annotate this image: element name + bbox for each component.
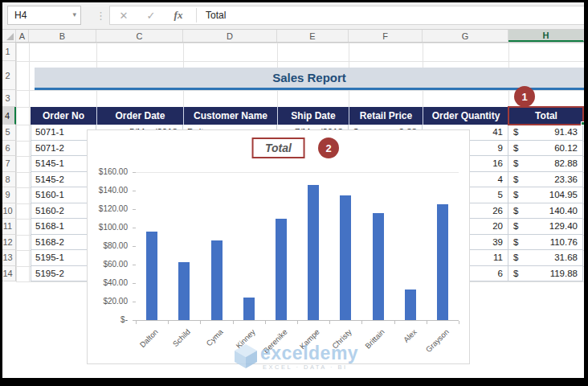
chart-bar-kinney[interactable] <box>243 298 255 320</box>
chart-bar-cyma[interactable] <box>211 240 223 320</box>
table-header-customer-name[interactable]: Customer Name <box>183 107 277 125</box>
watermark-tagline: EXCEL · DATA · BI <box>260 363 358 371</box>
name-box[interactable]: H4 ▾ <box>7 6 81 25</box>
chart-bar-christy[interactable] <box>340 195 351 320</box>
y-axis-label: $60.00 <box>89 260 128 269</box>
currency-symbol: $ <box>513 190 518 199</box>
cell-total[interactable]: $23.36 <box>508 172 583 188</box>
y-axis-label: $160.00 <box>89 167 128 177</box>
chart-top-gridline <box>136 172 459 173</box>
table-header-order-no[interactable]: Order No <box>31 107 96 125</box>
currency-symbol: $ <box>513 221 518 231</box>
chart-bar-dalton[interactable] <box>146 232 157 320</box>
cell-total[interactable]: $140.40 <box>508 203 583 220</box>
cell-total[interactable]: $91.43 <box>508 125 583 141</box>
table-header-order-quantity[interactable]: Order Quantity <box>423 107 508 125</box>
cell-total[interactable]: $129.40 <box>508 219 583 235</box>
column-header-G[interactable]: G <box>423 30 508 42</box>
row-header-5[interactable]: 5 <box>0 125 16 141</box>
x-axis-tick <box>200 321 201 324</box>
name-box-dropdown-icon[interactable]: ▾ <box>72 10 76 18</box>
formula-divider <box>196 8 197 23</box>
x-axis-tick <box>361 321 362 324</box>
y-axis-tick <box>133 283 136 284</box>
frame-edge-bottom <box>0 378 588 386</box>
y-axis-label: $- <box>89 315 128 325</box>
insert-function-icon[interactable]: fx <box>165 9 192 22</box>
x-axis-tick <box>136 321 137 324</box>
y-axis-tick <box>133 228 136 228</box>
row-header-7[interactable]: 7 <box>0 156 16 172</box>
chart-bar-kampe[interactable] <box>308 185 319 320</box>
cell-total[interactable]: $110.76 <box>508 235 583 251</box>
chart-bar-alex[interactable] <box>405 290 416 320</box>
cell-total[interactable]: $82.88 <box>508 156 583 172</box>
chart-bar-schild[interactable] <box>178 262 190 320</box>
annotation-badge-1: 1 <box>514 86 535 107</box>
table-header-retail-price[interactable]: Retail Price <box>349 107 423 125</box>
gridline <box>16 43 584 43</box>
table-header-ship-date[interactable]: Ship Date <box>277 107 349 125</box>
currency-symbol: $ <box>513 253 518 262</box>
x-axis-tick <box>459 321 459 324</box>
chart-bar-berenike[interactable] <box>276 219 287 320</box>
column-header-D[interactable]: D <box>183 30 277 42</box>
gridline <box>29 43 30 281</box>
row-header-8[interactable]: 8 <box>0 172 16 188</box>
row-header-6[interactable]: 6 <box>0 141 16 157</box>
chart-bar-brittain[interactable] <box>373 213 384 320</box>
currency-symbol: $ <box>513 143 518 153</box>
row-header-11[interactable]: 11 <box>0 219 16 235</box>
select-all-corner[interactable] <box>0 30 16 42</box>
column-header-E[interactable]: E <box>277 30 349 42</box>
column-header-F[interactable]: F <box>349 30 423 42</box>
row-header-2[interactable]: 2 <box>0 61 16 90</box>
row-header-4[interactable]: 4 <box>0 107 16 125</box>
row-header-9[interactable]: 9 <box>0 187 16 203</box>
chart-title-annotation-box: Total <box>251 138 305 158</box>
row-header-14[interactable]: 14 <box>0 266 16 282</box>
y-axis-tick <box>133 209 136 210</box>
gridline <box>16 61 584 62</box>
sheet-grid[interactable]: 1234567891011121314 Sales Report Order N… <box>0 43 588 386</box>
y-axis-label: $20.00 <box>89 297 128 306</box>
cell-total[interactable]: $31.68 <box>508 250 583 266</box>
table-header-order-date[interactable]: Order Date <box>96 107 183 125</box>
y-axis-label: $40.00 <box>89 278 128 288</box>
watermark-brand: exceldemy <box>260 344 358 362</box>
row-header-10[interactable]: 10 <box>0 203 16 220</box>
y-axis-tick <box>133 265 136 265</box>
enter-icon[interactable]: ✓ <box>137 10 165 22</box>
cancel-icon[interactable]: ✕ <box>110 10 137 22</box>
currency-symbol: $ <box>513 127 518 137</box>
chart-bar-grayson[interactable] <box>437 204 448 320</box>
row-header-12[interactable]: 12 <box>0 235 16 251</box>
y-axis-tick <box>133 172 136 173</box>
exceldemy-watermark: exceldemy EXCEL · DATA · BI <box>235 344 358 371</box>
formula-toolbar: H4 ▾ ⋮ ✕ ✓ fx Total <box>0 0 588 30</box>
cell-total[interactable]: $60.12 <box>508 141 583 157</box>
row-header-3[interactable]: 3 <box>0 90 16 107</box>
report-banner: Sales Report <box>35 68 584 90</box>
cell-total[interactable]: $104.95 <box>508 187 583 203</box>
x-axis-tick <box>394 321 395 324</box>
selected-cell-outline <box>508 106 584 125</box>
x-axis-tick <box>265 321 266 324</box>
row-header-1[interactable]: 1 <box>0 43 16 61</box>
y-axis-label: $120.00 <box>89 204 128 214</box>
x-axis-tick <box>297 321 298 324</box>
column-header-H[interactable]: H <box>508 30 584 42</box>
excel-window: H4 ▾ ⋮ ✕ ✓ fx Total ABCDEFGH 12345678910… <box>0 0 588 386</box>
total-column-chart[interactable]: Total $160.00$140.00$120.00$100.00$80.00… <box>87 129 470 364</box>
row-header-13[interactable]: 13 <box>0 250 16 266</box>
cell-total[interactable]: $119.88 <box>508 266 583 282</box>
x-axis-tick <box>168 321 169 324</box>
column-header-A[interactable]: A <box>16 30 29 42</box>
formula-bar[interactable]: ✕ ✓ fx Total <box>109 6 588 25</box>
gridline <box>16 90 584 91</box>
currency-symbol: $ <box>513 158 518 168</box>
column-header-C[interactable]: C <box>96 30 183 42</box>
y-axis-label: $100.00 <box>89 223 128 232</box>
column-header-B[interactable]: B <box>29 30 96 42</box>
currency-symbol: $ <box>513 206 518 216</box>
